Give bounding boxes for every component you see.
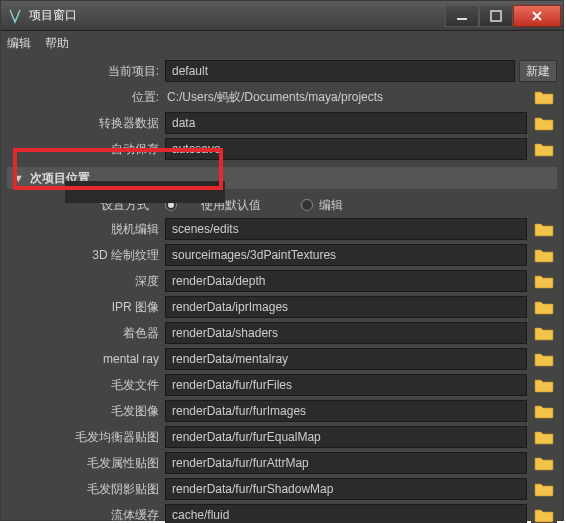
browse-button[interactable] <box>531 348 557 370</box>
new-button[interactable]: 新建 <box>519 60 557 82</box>
minimize-button[interactable] <box>445 5 479 27</box>
path-input[interactable] <box>165 478 527 500</box>
svg-rect-1 <box>491 11 501 21</box>
path-label: 毛发阴影贴图 <box>7 481 165 498</box>
radio-default-label: 使用默认值 <box>201 197 261 214</box>
path-input[interactable] <box>165 112 527 134</box>
path-row: 转换器数据 <box>7 111 557 135</box>
browse-button[interactable] <box>531 244 557 266</box>
path-label: 自动保存 <box>7 141 165 158</box>
path-input[interactable] <box>165 374 527 396</box>
section-title: 次项目位置 <box>30 170 90 187</box>
path-row: 深度 <box>7 269 557 293</box>
path-input[interactable] <box>165 138 527 160</box>
current-project-input[interactable] <box>165 60 515 82</box>
browse-button[interactable] <box>531 218 557 240</box>
location-browse-button[interactable] <box>531 86 557 108</box>
path-row: mental ray <box>7 347 557 371</box>
path-input[interactable] <box>165 322 527 344</box>
path-row: 毛发均衡器贴图 <box>7 425 557 449</box>
browse-button[interactable] <box>531 322 557 344</box>
path-input[interactable] <box>165 244 527 266</box>
path-row: 自动保存 <box>7 137 557 161</box>
folder-icon <box>534 89 554 105</box>
path-row: 毛发文件 <box>7 373 557 397</box>
maximize-button[interactable] <box>479 5 513 27</box>
setting-mode-label: 设置方式 <box>101 197 149 214</box>
path-row: 脱机编辑 <box>7 217 557 241</box>
path-label: 3D 绘制纹理 <box>7 247 165 264</box>
path-input[interactable] <box>165 400 527 422</box>
folder-icon <box>534 141 554 157</box>
path-label: mental ray <box>7 352 165 366</box>
path-label: 着色器 <box>7 325 165 342</box>
browse-button[interactable] <box>531 504 557 523</box>
folder-icon <box>534 273 554 289</box>
path-input[interactable] <box>165 296 527 318</box>
location-label: 位置: <box>7 89 165 106</box>
path-row: 毛发图像 <box>7 399 557 423</box>
folder-icon <box>534 403 554 419</box>
path-label: 毛发图像 <box>7 403 165 420</box>
radio-default[interactable]: 使用默认值 <box>165 197 261 214</box>
path-input[interactable] <box>165 270 527 292</box>
menubar: 编辑 帮助 <box>1 31 563 55</box>
browse-button[interactable] <box>531 400 557 422</box>
window-controls <box>445 5 561 27</box>
window-title: 项目窗口 <box>29 7 445 24</box>
folder-icon <box>534 325 554 341</box>
path-input[interactable] <box>165 426 527 448</box>
path-row: 毛发阴影贴图 <box>7 477 557 501</box>
titlebar: 项目窗口 <box>1 1 563 31</box>
path-row: 毛发属性贴图 <box>7 451 557 475</box>
app-icon <box>7 8 23 24</box>
browse-button[interactable] <box>531 138 557 160</box>
path-label: 毛发属性贴图 <box>7 455 165 472</box>
svg-rect-0 <box>457 18 467 20</box>
folder-icon <box>534 377 554 393</box>
radio-edit-label: 编辑 <box>319 197 343 214</box>
current-project-label: 当前项目: <box>7 63 165 80</box>
content-area: 当前项目: 新建 位置: C:/Users/蚂蚁/Documents/maya/… <box>1 55 563 523</box>
path-label: 深度 <box>7 273 165 290</box>
browse-button[interactable] <box>531 426 557 448</box>
radio-icon <box>165 199 177 211</box>
browse-button[interactable] <box>531 296 557 318</box>
browse-button[interactable] <box>531 452 557 474</box>
path-input[interactable] <box>165 504 527 523</box>
browse-button[interactable] <box>531 374 557 396</box>
path-input[interactable] <box>165 348 527 370</box>
folder-icon <box>534 115 554 131</box>
radio-icon <box>301 199 313 211</box>
project-window: 项目窗口 编辑 帮助 当前项目: 新建 位置: C:/Users/蚂蚁/Docu… <box>0 0 564 521</box>
folder-icon <box>534 351 554 367</box>
browse-button[interactable] <box>531 270 557 292</box>
path-label: 毛发均衡器贴图 <box>7 429 165 446</box>
path-label: 脱机编辑 <box>7 221 165 238</box>
location-row: 位置: C:/Users/蚂蚁/Documents/maya/projects <box>7 85 557 109</box>
folder-icon <box>534 507 554 523</box>
path-input[interactable] <box>165 218 527 240</box>
location-value: C:/Users/蚂蚁/Documents/maya/projects <box>165 89 527 106</box>
folder-icon <box>534 247 554 263</box>
path-row: 3D 绘制纹理 <box>7 243 557 267</box>
close-button[interactable] <box>513 5 561 27</box>
folder-icon <box>534 455 554 471</box>
radio-edit[interactable]: 编辑 <box>301 197 343 214</box>
path-row: 着色器 <box>7 321 557 345</box>
path-label: IPR 图像 <box>7 299 165 316</box>
browse-button[interactable] <box>531 478 557 500</box>
path-label: 转换器数据 <box>7 115 165 132</box>
path-input[interactable] <box>165 452 527 474</box>
expand-icon: ▼ <box>13 172 24 184</box>
menu-edit[interactable]: 编辑 <box>7 35 31 52</box>
menu-help[interactable]: 帮助 <box>45 35 69 52</box>
setting-mode-row: 设置方式 使用默认值 编辑 <box>7 193 557 217</box>
path-label: 毛发文件 <box>7 377 165 394</box>
current-project-row: 当前项目: 新建 <box>7 59 557 83</box>
path-label: 流体缓存 <box>7 507 165 524</box>
path-row: IPR 图像 <box>7 295 557 319</box>
section-header-sublocations[interactable]: ▼ 次项目位置 <box>7 167 557 189</box>
browse-button[interactable] <box>531 112 557 134</box>
folder-icon <box>534 221 554 237</box>
